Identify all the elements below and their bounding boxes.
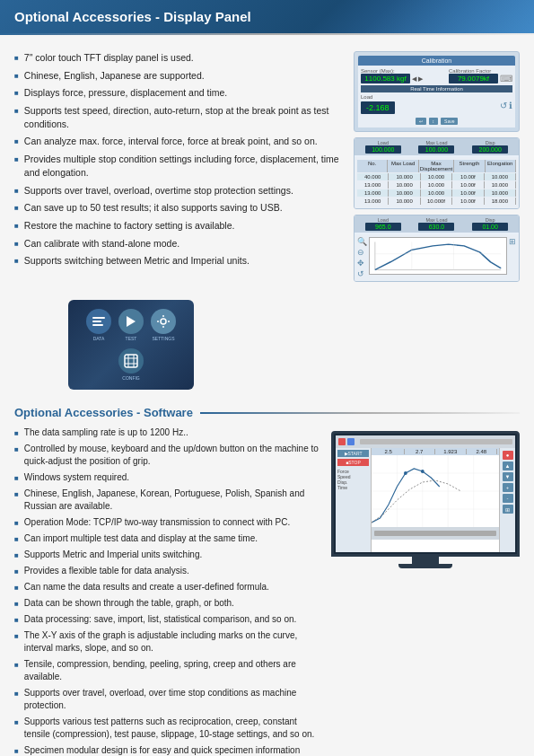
- display-bullet-item: Chinese, English, Japanese are supported…: [14, 69, 345, 83]
- touch-icon-config[interactable]: CONFIG: [118, 348, 144, 381]
- graph-canvas: [369, 237, 507, 275]
- max-load-group: Max Load 100.000: [418, 140, 454, 154]
- settings-svg-icon: [155, 313, 171, 330]
- table-row: 40.00010.00010.00010.00f10.000: [357, 173, 516, 180]
- cal-back-button[interactable]: ↩: [416, 118, 426, 125]
- test-svg-icon: [123, 313, 139, 330]
- monitor-toolbar: [336, 435, 515, 448]
- graph-svg: [370, 238, 506, 274]
- cal-sensor-row: Sensor (Max): 1100.583 kgf ◀ ▶ Calibrati…: [361, 68, 512, 84]
- toolbar-action-btn[interactable]: [347, 438, 355, 445]
- display-bullet-item: 7" color touch TFT display panel is used…: [14, 51, 345, 65]
- table-top-bar: Load 100.000 Max Load 100.000 Disp 200.0…: [355, 138, 519, 155]
- graph-zoom-icon[interactable]: ⊞: [509, 237, 516, 246]
- toolbar-close-btn[interactable]: [338, 438, 346, 445]
- monitor-right-btn-6[interactable]: ⊞: [503, 505, 513, 514]
- software-bullet-item: Data can be shown through the table, gra…: [14, 597, 322, 610]
- monitor-right-btn-5[interactable]: -: [503, 494, 513, 503]
- monitor-right-btn-2[interactable]: ▲: [503, 462, 513, 470]
- monitor-right-btn-4[interactable]: +: [503, 483, 513, 492]
- zoom-in-icon[interactable]: 🔍: [357, 237, 367, 246]
- software-bullet-item: Supports various test patterns such as r…: [14, 716, 322, 741]
- monitor-wrap: ▶START ■STOP Force Speed Disp. Time: [331, 426, 520, 756]
- monitor-graph-area: [372, 455, 499, 527]
- software-bullet-item: Controlled by mouse, keyboard and the up…: [14, 443, 322, 468]
- graph-left-icons: 🔍 ⊖ ✥ ↺: [357, 237, 367, 278]
- software-bullet-item: Supports Metric and Imperial units switc…: [14, 549, 322, 561]
- display-bullet-item: Supports over travel, overload, overtime…: [14, 184, 345, 198]
- svg-point-12: [157, 321, 159, 322]
- svg-rect-14: [125, 355, 137, 367]
- software-bullet-item: Supports over travel, overload, over tim…: [14, 687, 322, 712]
- monitor-stop-btn[interactable]: ■STOP: [337, 459, 369, 466]
- display-bullet-item: Can save up to 50 test results; it also …: [14, 201, 345, 215]
- display-bullet-item: Can calibrate with stand-alone mode.: [14, 237, 345, 251]
- main-content: 7" color touch TFT display panel is used…: [0, 35, 534, 756]
- svg-point-13: [168, 321, 170, 322]
- monitor-base: [398, 564, 452, 568]
- cal-load-group: Load -2.168: [361, 94, 395, 116]
- software-bullet-item: The X-Y axis of the graph is adjustable …: [14, 629, 322, 655]
- svg-point-10: [162, 315, 164, 317]
- touch-icon-config-label: CONFIG: [122, 375, 139, 381]
- cal-sensor-group: Sensor (Max): 1100.583 kgf ◀ ▶: [361, 68, 423, 84]
- cal-load-row: Load -2.168 ↺ ℹ: [361, 94, 512, 116]
- data-table: No. Max Load Max Displacement Strength E…: [355, 157, 519, 208]
- table-row: 13.00010.00010.00010.00f10.000: [357, 189, 516, 197]
- cal-load-value: -2.168: [361, 101, 395, 114]
- svg-rect-5: [92, 317, 105, 319]
- display-bullet-item: Displays force, pressure, displacement a…: [14, 86, 345, 100]
- cal-title: Calibration: [358, 56, 515, 66]
- display-bullet-item: Can analyze max. force, interval force, …: [14, 135, 345, 148]
- col-elongation: Elongation: [486, 160, 516, 172]
- monitor-content: ▶START ■STOP Force Speed Disp. Time: [336, 448, 515, 552]
- software-bullet-item: Can import multiple test data and displa…: [14, 532, 322, 545]
- load-group: Load 100.000: [365, 140, 401, 154]
- zoom-out-icon[interactable]: ⊖: [357, 248, 367, 257]
- software-bullet-item: The data sampling rate is up to 1200 Hz.…: [14, 426, 322, 439]
- config-icon: [118, 348, 144, 374]
- monitor-values-row: 2.5 2.7 1.923 2.48: [372, 448, 499, 455]
- software-bullet-item: Provides a flexible table for data analy…: [14, 565, 322, 577]
- reset-icon[interactable]: ↺: [357, 269, 367, 278]
- cal-load-label: Load: [361, 94, 395, 100]
- pan-icon[interactable]: ✥: [357, 259, 367, 268]
- touch-icon-test[interactable]: TEST: [118, 309, 144, 341]
- software-bullet-item: Chinese, English, Japanese, Korean, Port…: [14, 488, 322, 513]
- graph-top-bar: Load 965.0 Max Load 630.0 Disp 01.00: [355, 215, 519, 233]
- page-header: Optional Accessories - Display Panel: [0, 0, 534, 33]
- graph-load-group: Load 965.0: [365, 217, 401, 231]
- monitor-right-btn-1[interactable]: ●: [503, 451, 513, 460]
- cal-real-time-label: Real Time Information: [361, 85, 512, 92]
- touch-icon-data[interactable]: DATA: [86, 309, 111, 341]
- config-svg-icon: [123, 353, 139, 369]
- monitor-right-btn-3[interactable]: ▼: [503, 472, 513, 481]
- cal-save-button[interactable]: Save: [441, 118, 458, 125]
- toolbar-address-bar: [360, 439, 512, 444]
- graph-disp-value: 01.00: [472, 223, 508, 231]
- monitor-inner: ▶START ■STOP Force Speed Disp. Time: [336, 435, 515, 552]
- col-max-load: Max Load: [388, 160, 418, 172]
- col-max-disp: Max Displacement: [419, 160, 454, 172]
- svg-point-27: [421, 470, 425, 473]
- monitor-start-btn[interactable]: ▶START: [337, 450, 369, 457]
- monitor-bottom-bar: [372, 527, 499, 540]
- calibration-screenshot: Calibration Sensor (Max): 1100.583 kgf ◀…: [354, 51, 520, 132]
- monitor-scrollbar[interactable]: [374, 531, 496, 536]
- cal-swap-button[interactable]: ↕: [429, 118, 439, 125]
- svg-rect-7: [92, 324, 103, 326]
- svg-point-11: [162, 326, 164, 328]
- software-bullet-item: Data processing: save, import, list, sta…: [14, 613, 322, 626]
- touch-icon-settings[interactable]: SETTINGS: [151, 309, 176, 341]
- software-title: Optional Accessories - Software: [14, 406, 193, 419]
- monitor-val-2: 2.7: [405, 449, 436, 454]
- display-panel-section: 7" color touch TFT display panel is used…: [0, 35, 534, 291]
- software-bullet-item: Windows system required.: [14, 471, 322, 484]
- software-bullet-item: Specimen modular design is for easy and …: [14, 744, 322, 756]
- cal-refresh-icon[interactable]: ↺: [500, 101, 507, 110]
- monitor-main: 2.5 2.7 1.923 2.48: [372, 448, 499, 552]
- cal-info-icon[interactable]: ℹ: [509, 101, 512, 110]
- table-row: 13.00010.00010.000f10.00f18.000: [357, 198, 516, 205]
- graph-screenshot: Load 965.0 Max Load 630.0 Disp 01.00: [354, 215, 520, 282]
- col-strength: Strength: [454, 160, 485, 172]
